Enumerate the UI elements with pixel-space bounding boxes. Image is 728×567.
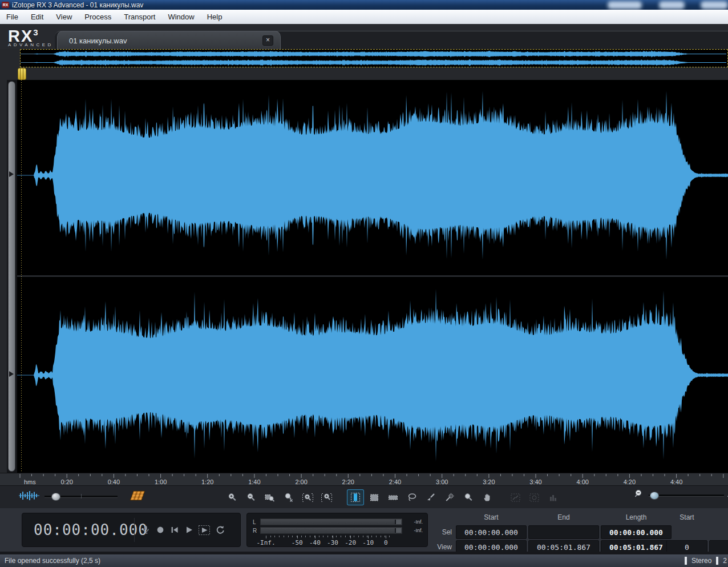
file-tab[interactable]: 01 каникулы.wav × <box>57 31 281 50</box>
rx3-logo: RX3 ADVANCED <box>8 25 54 47</box>
menu-transport[interactable]: Transport <box>118 10 161 24</box>
menu-edit[interactable]: Edit <box>25 10 50 24</box>
zoom-out-tool[interactable] <box>242 489 260 505</box>
sel-length-field[interactable]: 00:00:00.000 <box>601 525 672 539</box>
playback-time-display[interactable]: 00:00:00.000 <box>34 521 148 538</box>
hand-icon <box>483 493 492 502</box>
svg-text:2:40: 2:40 <box>389 478 401 485</box>
lasso-selection-tool[interactable] <box>403 489 420 505</box>
svg-text:2:20: 2:20 <box>342 478 354 485</box>
meter-scale: -Inf.-50-40-30-20-100 <box>260 536 402 547</box>
overview-waveform[interactable] <box>20 49 728 67</box>
smp-col-end: End <box>709 513 728 521</box>
izotope-rx3-window: RX iZotope RX 3 Advanced - 01 каникулы.w… <box>0 0 728 567</box>
waveform-display[interactable] <box>17 80 728 473</box>
compare-list-tool <box>544 489 561 505</box>
meter-right-bar <box>260 527 402 534</box>
menu-help[interactable]: Help <box>201 10 229 24</box>
zoom-time-in-tool[interactable] <box>299 489 316 505</box>
svg-text:0:20: 0:20 <box>60 478 72 485</box>
menu-window[interactable]: Window <box>161 10 200 24</box>
grab-pan-tool[interactable] <box>479 489 496 505</box>
playhead-marker[interactable] <box>18 68 26 80</box>
channel-1-handle-icon[interactable] <box>9 171 14 177</box>
loop-playback-button[interactable] <box>215 525 225 534</box>
svg-text:hms: hms <box>24 478 36 485</box>
view-blend-group <box>19 489 147 504</box>
brush-icon <box>426 493 435 502</box>
vertical-scrollbar[interactable] <box>7 80 17 473</box>
zoom-out-slider-icon[interactable] <box>634 489 645 502</box>
transport-panel: 00:00:00.000 L -Inf. R -Inf. -Inf.-50-40… <box>0 508 728 552</box>
mag-sel-icon <box>265 493 275 502</box>
view-blend-slider-knob[interactable] <box>51 493 60 501</box>
play-selection-button[interactable] <box>199 525 210 535</box>
meter-right-value: -Inf. <box>402 528 423 533</box>
play-button[interactable] <box>184 525 193 534</box>
svg-text:4:00: 4:00 <box>576 478 588 485</box>
time-ruler[interactable]: 0:200:401:001:201:402:002:202:403:003:20… <box>0 473 728 486</box>
vertical-scrollbar-thumb[interactable] <box>8 81 15 472</box>
window-title: iZotope RX 3 Advanced - 01 каникулы.wav <box>12 1 143 9</box>
meter-left-value: -Inf. <box>402 519 423 525</box>
smp-col-start: Start <box>666 513 707 521</box>
mag-br-plus-icon <box>302 493 314 502</box>
horizontal-zoom-knob[interactable] <box>650 492 659 500</box>
meter-right-label: R <box>253 528 260 534</box>
find-similar-tool <box>507 489 524 505</box>
extra-tools-group <box>507 489 561 505</box>
zoom-in-tool[interactable] <box>224 489 241 505</box>
zoom-to-selection-tool[interactable] <box>261 489 278 505</box>
svg-text:2:00: 2:00 <box>295 478 307 485</box>
app-header: RX3 ADVANCED 01 каникулы.wav × <box>0 24 728 49</box>
zoom-tools-group <box>224 489 335 505</box>
svg-text:1:00: 1:00 <box>155 478 167 485</box>
svg-text:4:20: 4:20 <box>624 478 636 485</box>
channel-2-handle-icon[interactable] <box>9 371 14 377</box>
sel-start-field[interactable]: 00:00:00.000 <box>456 525 527 539</box>
transport-box: 00:00:00.000 <box>22 513 241 547</box>
sel-end-field[interactable] <box>528 525 599 539</box>
row-view-label: View <box>429 543 454 551</box>
dis2-icon <box>529 493 539 502</box>
magic-wand-selection-tool[interactable] <box>441 489 458 505</box>
col-start: Start <box>456 513 527 521</box>
menu-process[interactable]: Process <box>78 10 118 24</box>
dis1-icon <box>511 493 520 502</box>
go-to-start-button[interactable] <box>170 525 179 534</box>
zoom-time-out-tool[interactable] <box>318 489 335 505</box>
menu-file[interactable]: File <box>0 10 25 24</box>
level-meters: L -Inf. R -Inf. -Inf.-50-40-30-20-100 <box>246 513 428 547</box>
lasso-icon <box>407 493 417 502</box>
col-length: Length <box>601 513 672 521</box>
horizontal-zoom-slider[interactable] <box>649 494 724 497</box>
brush-selection-tool[interactable] <box>422 489 439 505</box>
marker-lane[interactable] <box>0 67 728 80</box>
dis3-icon <box>549 493 557 502</box>
meter-scale-label: -30 <box>327 539 338 546</box>
meter-left-bar <box>260 518 402 525</box>
view-blend-slider[interactable] <box>45 496 118 498</box>
time-frequency-selection-tool[interactable] <box>366 489 383 505</box>
background-artifact <box>659 1 685 9</box>
svg-text:3:00: 3:00 <box>436 478 448 485</box>
record-enable-button[interactable] <box>141 525 151 534</box>
title-bar[interactable]: RX iZotope RX 3 Advanced - 01 каникулы.w… <box>0 0 728 10</box>
transport-buttons <box>141 513 225 546</box>
svg-text:1:20: 1:20 <box>201 478 213 485</box>
mag-plus-icon <box>228 493 237 502</box>
menu-view[interactable]: View <box>50 10 78 24</box>
instant-process-tool <box>525 489 543 505</box>
zoom-reset-tool[interactable] <box>280 489 297 505</box>
app-icon: RX <box>2 2 9 8</box>
frequency-selection-tool[interactable] <box>385 489 402 505</box>
background-artifact <box>608 1 642 9</box>
svg-text:4:40: 4:40 <box>670 478 682 485</box>
tab-close-icon[interactable]: × <box>262 35 273 46</box>
record-button[interactable] <box>156 525 165 534</box>
svg-text:3:20: 3:20 <box>483 478 495 485</box>
time-selection-tool[interactable] <box>347 489 364 505</box>
background-artifact <box>701 1 728 9</box>
picker-mag-icon <box>464 493 474 502</box>
preview-magnifier-tool[interactable] <box>460 489 477 505</box>
